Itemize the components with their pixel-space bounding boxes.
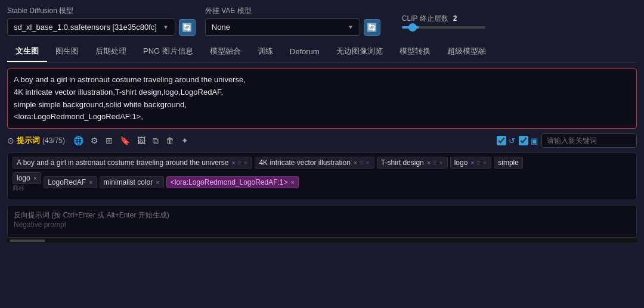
- tag-menu-icon-1[interactable]: ≡: [237, 158, 242, 167]
- tag-separator-1: ×: [244, 159, 247, 166]
- tag-separator-3: ×: [439, 159, 442, 166]
- negative-prompt-area[interactable]: 反向提示词 (按 Ctrl+Enter 或 Alt+Enter 开始生成) Ne…: [7, 205, 637, 238]
- bookmark-icon-btn[interactable]: 🔖: [117, 135, 132, 147]
- tag-text-logo1: logo: [454, 158, 468, 167]
- tab-deforum[interactable]: Deforum: [281, 43, 328, 61]
- top-row: Stable Diffusion 模型 sd_xl_base_1.0.safet…: [7, 6, 637, 36]
- clip-label-row: CLIP 终止层数 2: [402, 14, 485, 24]
- tag-text-vector: 4K intricate vector illustration: [259, 158, 350, 167]
- toggle-group-1: ↺: [497, 136, 515, 145]
- vae-model-value: None: [212, 23, 230, 32]
- tag-group-minimalist: minimalist color ×: [100, 176, 164, 188]
- tag-close-lora[interactable]: ×: [291, 179, 295, 186]
- tag-chip-simple1: simple: [494, 157, 523, 169]
- tag-menu-icon-3[interactable]: ≡: [432, 158, 436, 167]
- sd-dropdown-arrow: ▼: [163, 24, 169, 30]
- tag-chip-universe: A boy and a girl in astronaut costume tr…: [13, 157, 252, 169]
- clip-label: CLIP 终止层数: [402, 14, 448, 24]
- toolbar-icons: 🌐 ⚙ ⊞ 🔖 🖼 ⧉ 🗑 ✦: [71, 135, 191, 147]
- negative-prompt-placeholder: Negative prompt: [14, 220, 630, 229]
- clip-section: CLIP 终止层数 2: [402, 14, 485, 29]
- toggle-checkbox-2[interactable]: [519, 136, 528, 145]
- prompt-count: (43/75): [42, 136, 65, 145]
- vae-model-section: 外挂 VAE 模型 None ▼ 🔄: [205, 6, 380, 36]
- negative-prompt-label: 反向提示词 (按 Ctrl+Enter 或 Alt+Enter 开始生成): [14, 210, 630, 220]
- clip-value: 2: [453, 14, 457, 23]
- tag-group-lora: <lora:LogoRedmond_LogoRedAF:1> ×: [166, 176, 299, 188]
- vae-model-label: 外挂 VAE 模型: [205, 6, 380, 16]
- tag-chip-logored: LogoRedAF ×: [44, 176, 97, 188]
- tag-text-logo2: logo: [17, 174, 30, 182]
- tag-separator-2: ×: [366, 159, 369, 166]
- tag-sub-logo2: 商标: [13, 184, 24, 192]
- sd-refresh-button[interactable]: 🔄: [179, 19, 196, 36]
- ai-icon-btn[interactable]: ✦: [179, 135, 191, 147]
- clip-slider-row: [402, 26, 485, 29]
- tab-super-merge[interactable]: 超级模型融: [439, 42, 494, 62]
- tag-chip-logo2: logo ×: [13, 172, 41, 184]
- vae-refresh-button[interactable]: 🔄: [364, 19, 380, 36]
- tag-group-logored: LogoRedAF ×: [44, 176, 97, 188]
- vae-model-dropdown[interactable]: None ▼: [205, 18, 360, 36]
- toggle-checkbox-1[interactable]: [497, 136, 506, 145]
- sd-model-section: Stable Diffusion 模型 sd_xl_base_1.0.safet…: [7, 6, 196, 36]
- prompt-label-text: 提示词: [17, 135, 40, 146]
- sd-model-value: sd_xl_base_1.0.safetensors [31e35c80fc]: [14, 23, 157, 32]
- globe-icon-btn[interactable]: 🌐: [71, 135, 86, 147]
- tag-group-logo2: logo × 商标: [13, 172, 41, 192]
- tab-postprocess[interactable]: 后期处理: [87, 42, 135, 62]
- toggle-icon-1: ↺: [509, 136, 515, 145]
- tag-text-lora: <lora:LogoRedmond_LogoRedAF:1>: [171, 178, 288, 186]
- tags-area: A boy and a girl in astronaut costume tr…: [7, 153, 637, 200]
- tab-infinite-browse[interactable]: 无边图像浏览: [328, 42, 391, 62]
- tab-png-info[interactable]: PNG 图片信息: [135, 42, 202, 62]
- image-icon-btn[interactable]: 🖼: [135, 135, 148, 147]
- clip-slider[interactable]: [402, 26, 485, 29]
- bottom-scrollbar: [7, 238, 637, 242]
- tag-close-logo2[interactable]: ×: [33, 175, 37, 182]
- tag-text-simple1: simple: [498, 158, 519, 167]
- tag-text-minimalist: minimalist color: [104, 178, 153, 186]
- tab-train[interactable]: 训练: [249, 42, 281, 62]
- tag-close-tshirt[interactable]: ×: [427, 159, 431, 166]
- tabs-row: 文生图 图生图 后期处理 PNG 图片信息 模型融合 训练 Deforum 无边…: [7, 42, 637, 63]
- tag-chip-lora: <lora:LogoRedmond_LogoRedAF:1> ×: [166, 176, 299, 188]
- vae-model-select-row: None ▼ 🔄: [205, 18, 380, 36]
- tag-chip-tshirt: T-shirt design × ≡ ×: [377, 157, 448, 169]
- tag-text-tshirt: T-shirt design: [381, 158, 424, 167]
- tag-menu-icon-4[interactable]: ≡: [476, 158, 481, 167]
- tags-row-2: logo × 商标 LogoRedAF × minimalist color ×: [13, 172, 631, 192]
- scroll-thumb[interactable]: [10, 239, 45, 242]
- tag-text-logored: LogoRedAF: [48, 178, 86, 186]
- sd-model-select-row: sd_xl_base_1.0.safetensors [31e35c80fc] …: [7, 18, 196, 36]
- tab-txt2img[interactable]: 文生图: [7, 42, 47, 62]
- sd-model-dropdown[interactable]: sd_xl_base_1.0.safetensors [31e35c80fc] …: [7, 18, 175, 36]
- tag-chip-vector: 4K intricate vector illustration × ≡ ×: [255, 157, 374, 169]
- copy-icon-btn[interactable]: ⊞: [103, 135, 115, 147]
- tag-separator-4: ×: [483, 159, 487, 166]
- main-container: Stable Diffusion 模型 sd_xl_base_1.0.safet…: [0, 0, 644, 248]
- keyword-input[interactable]: [541, 133, 637, 148]
- tag-close-minimalist[interactable]: ×: [156, 179, 159, 186]
- tags-row-1: A boy and a girl in astronaut costume tr…: [13, 157, 631, 169]
- toggle-group-2: ▣: [519, 136, 538, 145]
- prompt-textarea-box[interactable]: A boy and a girl in astronaut costume tr…: [7, 69, 637, 129]
- tag-close-universe[interactable]: ×: [232, 159, 236, 166]
- tag-chip-logo1: logo × ≡ ×: [450, 157, 492, 169]
- tag-close-vector[interactable]: ×: [354, 159, 357, 166]
- prompt-text: A boy and a girl in astronaut costume tr…: [14, 74, 630, 123]
- settings-icon-btn[interactable]: ⚙: [88, 135, 101, 147]
- tag-menu-icon-2[interactable]: ≡: [359, 158, 363, 167]
- tab-img2img[interactable]: 图生图: [47, 42, 87, 62]
- tab-model-convert[interactable]: 模型转换: [391, 42, 439, 62]
- tag-text-universe: A boy and a girl in astronaut costume tr…: [17, 158, 229, 167]
- tab-model-merge[interactable]: 模型融合: [202, 42, 249, 62]
- trash-icon-btn[interactable]: 🗑: [163, 135, 177, 147]
- toggle-icon-2: ▣: [531, 136, 538, 145]
- tag-chip-minimalist: minimalist color ×: [100, 176, 164, 188]
- tag-close-logored[interactable]: ×: [89, 179, 92, 186]
- sd-model-label: Stable Diffusion 模型: [7, 6, 196, 16]
- prompt-toolbar: ⊙ 提示词 (43/75) 🌐 ⚙ ⊞ 🔖 🖼 ⧉ 🗑 ✦ ↺ ▣: [7, 133, 637, 148]
- tag-close-logo1[interactable]: ×: [470, 159, 474, 166]
- layers-icon-btn[interactable]: ⧉: [150, 135, 161, 147]
